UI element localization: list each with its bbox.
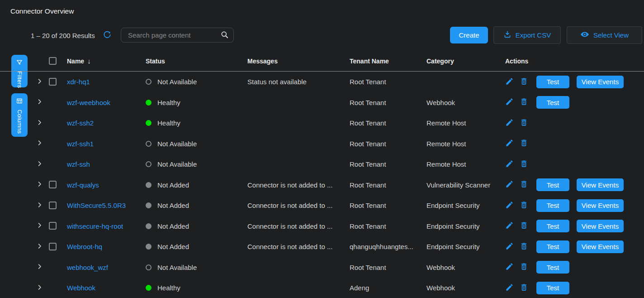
connector-name-link[interactable]: WithSecure5.5.0R3 bbox=[67, 202, 126, 209]
tenant-name: qhanguqhhuangtes... bbox=[350, 243, 426, 250]
message-text: Connector is not added to ... bbox=[247, 202, 350, 209]
delete-button[interactable] bbox=[520, 242, 528, 252]
tenant-name: Root Tenant bbox=[350, 202, 426, 209]
edit-button[interactable] bbox=[505, 77, 514, 87]
test-button[interactable]: Test bbox=[536, 178, 569, 191]
search-input[interactable] bbox=[127, 31, 220, 39]
view-events-button[interactable]: View Events bbox=[577, 240, 624, 253]
delete-button[interactable] bbox=[520, 201, 528, 211]
connector-name-link[interactable]: wzf-qualys bbox=[67, 181, 99, 189]
edit-button[interactable] bbox=[505, 242, 514, 252]
category: Endpoint Security bbox=[426, 202, 505, 209]
edit-button[interactable] bbox=[505, 180, 514, 190]
select-all-checkbox[interactable] bbox=[49, 57, 57, 65]
chevron-right-icon bbox=[36, 119, 43, 127]
expand-row-button[interactable] bbox=[36, 98, 43, 106]
column-header-name[interactable]: Name↓ bbox=[67, 57, 146, 65]
test-button[interactable]: Test bbox=[536, 282, 569, 294]
edit-button[interactable] bbox=[505, 159, 514, 169]
connector-name-link[interactable]: wzf-ssh1 bbox=[67, 140, 94, 148]
connector-name-link[interactable]: wzf-ssh2 bbox=[67, 119, 94, 127]
test-button[interactable]: Test bbox=[536, 220, 569, 232]
expand-row-button[interactable] bbox=[36, 119, 43, 127]
chevron-right-icon bbox=[36, 139, 43, 148]
expand-row-button[interactable] bbox=[36, 284, 43, 292]
tenant-name: Root Tenant bbox=[350, 99, 426, 106]
view-events-button[interactable]: View Events bbox=[577, 220, 624, 232]
delete-button[interactable] bbox=[520, 159, 528, 169]
expand-row-button[interactable] bbox=[36, 78, 43, 86]
expand-row-button[interactable] bbox=[36, 181, 43, 189]
edit-button[interactable] bbox=[505, 221, 514, 231]
create-button[interactable]: Create bbox=[450, 27, 488, 43]
pencil-icon bbox=[505, 77, 514, 87]
status-cell: Not Added bbox=[146, 222, 247, 230]
name-cell: withsecure-hq-root bbox=[67, 222, 146, 230]
select-view-button[interactable]: Select View bbox=[567, 26, 642, 44]
row-checkbox[interactable] bbox=[49, 243, 57, 250]
column-header-messages[interactable]: Messages bbox=[247, 58, 350, 65]
edit-button[interactable] bbox=[505, 262, 514, 272]
test-button[interactable]: Test bbox=[536, 199, 569, 212]
column-header-category[interactable]: Category bbox=[426, 58, 505, 65]
row-checkbox[interactable] bbox=[49, 202, 57, 209]
test-button[interactable]: Test bbox=[536, 261, 569, 274]
delete-button[interactable] bbox=[520, 97, 528, 107]
tenant-name: Root Tenant bbox=[350, 119, 426, 127]
edit-button[interactable] bbox=[505, 97, 514, 107]
expand-row-button[interactable] bbox=[36, 160, 43, 168]
connector-name-link[interactable]: webhook_wzf bbox=[67, 264, 108, 271]
expand-row-button[interactable] bbox=[36, 243, 43, 251]
test-button[interactable]: Test bbox=[536, 96, 569, 109]
connector-name-link[interactable]: wzf-weebhook bbox=[67, 99, 110, 106]
row-checkbox[interactable] bbox=[49, 181, 57, 188]
table-row: wzf-ssh1Not AvailableRoot TenantRemote H… bbox=[0, 134, 644, 154]
export-csv-button[interactable]: Export CSV bbox=[493, 26, 561, 44]
view-events-button[interactable]: View Events bbox=[577, 199, 624, 212]
column-header-tenant-name[interactable]: Tenant Name bbox=[350, 58, 426, 65]
expand-row-button[interactable] bbox=[36, 222, 43, 230]
connector-name-link[interactable]: wzf-ssh bbox=[67, 160, 90, 168]
edit-button[interactable] bbox=[505, 139, 514, 149]
trash-icon bbox=[520, 118, 528, 128]
refresh-button[interactable] bbox=[103, 31, 111, 40]
category: Webhook bbox=[426, 264, 505, 271]
actions-cell: Test bbox=[505, 96, 644, 109]
row-checkbox[interactable] bbox=[49, 78, 57, 86]
expand-row-button[interactable] bbox=[36, 263, 43, 271]
column-header-status[interactable]: Status bbox=[146, 58, 247, 65]
name-cell: WithSecure5.5.0R3 bbox=[67, 202, 146, 209]
status-text: Not Added bbox=[157, 222, 189, 230]
delete-button[interactable] bbox=[520, 77, 528, 87]
name-cell: wzf-qualys bbox=[67, 181, 146, 189]
edit-button[interactable] bbox=[505, 118, 514, 128]
expand-row-button[interactable] bbox=[36, 202, 43, 210]
table-row: wzf-ssh2HealthyRoot TenantRemote Host bbox=[0, 113, 644, 134]
test-button[interactable]: Test bbox=[536, 240, 569, 253]
connector-name-link[interactable]: Webroot-hq bbox=[67, 243, 102, 250]
row-checkbox[interactable] bbox=[49, 222, 57, 230]
delete-button[interactable] bbox=[520, 180, 528, 190]
delete-button[interactable] bbox=[520, 283, 528, 293]
table-row: webhook_wzfNot AvailableRoot TenantWebho… bbox=[0, 257, 644, 278]
delete-button[interactable] bbox=[520, 262, 528, 272]
name-cell: webhook_wzf bbox=[67, 264, 146, 271]
connector-name-link[interactable]: withsecure-hq-root bbox=[67, 222, 123, 230]
pencil-icon bbox=[505, 180, 514, 190]
view-events-button[interactable]: View Events bbox=[577, 76, 624, 88]
delete-button[interactable] bbox=[520, 139, 528, 149]
connector-name-link[interactable]: xdr-hq1 bbox=[67, 78, 90, 86]
edit-button[interactable] bbox=[505, 283, 514, 293]
tenant-name: Root Tenant bbox=[350, 222, 426, 230]
search-button[interactable] bbox=[220, 30, 229, 40]
test-button[interactable]: Test bbox=[536, 76, 569, 88]
edit-button[interactable] bbox=[505, 201, 514, 211]
view-events-button[interactable]: View Events bbox=[577, 178, 624, 191]
refresh-icon bbox=[103, 34, 111, 40]
chevron-right-icon bbox=[36, 284, 43, 292]
connector-name-link[interactable]: Webhook bbox=[67, 284, 95, 292]
status-healthy-icon bbox=[146, 285, 152, 291]
expand-row-button[interactable] bbox=[36, 139, 43, 148]
delete-button[interactable] bbox=[520, 118, 528, 128]
delete-button[interactable] bbox=[520, 221, 528, 231]
